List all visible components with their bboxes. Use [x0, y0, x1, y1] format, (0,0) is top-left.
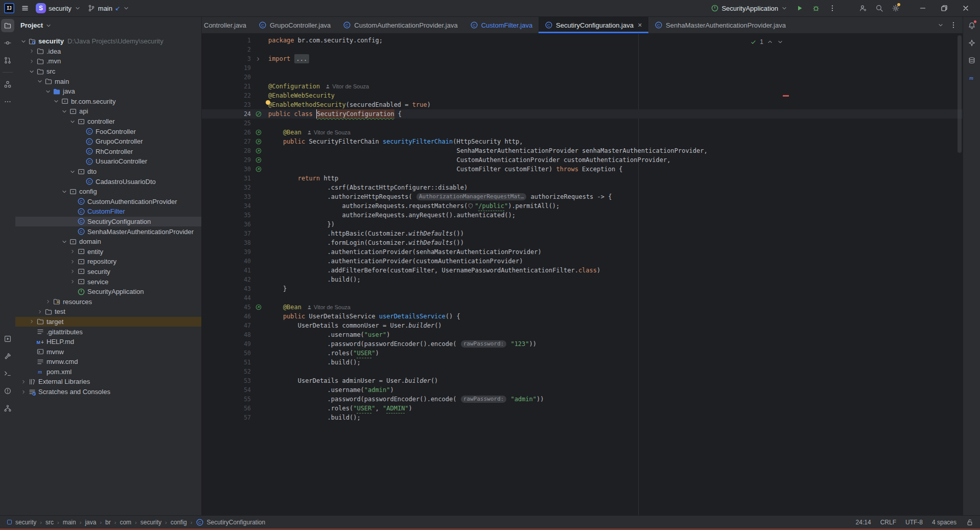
tool-window-button-commit[interactable]: [1, 36, 14, 50]
tree-item-CadastroUsuarioDto[interactable]: CCadastroUsuarioDto: [15, 176, 201, 187]
tool-window-button-more[interactable]: [1, 95, 14, 108]
code-line-47[interactable]: 47UserDetails commonUser = User.builder(…: [202, 321, 963, 330]
tool-window-button-terminal[interactable]: [1, 367, 14, 380]
tree-item-CustomFilter[interactable]: CCustomFilter: [15, 206, 201, 217]
chevron-right-icon[interactable]: [28, 58, 36, 64]
tree-item-FooController[interactable]: CFooController: [15, 126, 201, 136]
main-menu-hamburger-icon[interactable]: [17, 2, 33, 15]
window-restore-button[interactable]: [934, 1, 954, 16]
code-line-27[interactable]: 27public SecurityFilterChain securityFil…: [202, 137, 963, 146]
breadcrumb-item-java[interactable]: java: [85, 519, 96, 526]
tree-item-mvnw[interactable]: mvnw: [15, 347, 201, 357]
code-line-50[interactable]: 50.roles("USER"): [202, 349, 963, 358]
code-line-34[interactable]: 34authorizeRequests.requestMatchers("/pu…: [202, 201, 963, 211]
tree-item-UsuarioController[interactable]: CUsuarioController: [15, 156, 201, 167]
chevron-down-icon[interactable]: [60, 238, 68, 245]
code-line-3[interactable]: 3import ...: [202, 54, 963, 63]
tree-item-test[interactable]: test: [15, 307, 201, 317]
tree-item-target[interactable]: target: [15, 317, 201, 327]
chevron-right-icon[interactable]: [68, 279, 77, 285]
window-close-button[interactable]: [955, 1, 976, 16]
code-line-33[interactable]: 33.authorizeHttpRequests( AuthorizationM…: [202, 192, 963, 201]
code-line-24[interactable]: 24public class SecutiryConfiguration {: [202, 109, 963, 119]
code-line-29[interactable]: 29CustomAuthenticationProvider customAut…: [202, 155, 963, 165]
more-run-options-kebab-icon[interactable]: [825, 2, 840, 15]
tool-window-button-pull-requests[interactable]: [1, 54, 14, 67]
editor-scrollbar[interactable]: [958, 35, 962, 153]
spring-bean-gutter-icon[interactable]: [255, 156, 268, 164]
tree-item-External Libraries[interactable]: External Libraries: [15, 377, 201, 387]
chevron-right-icon[interactable]: [68, 259, 77, 265]
debug-button[interactable]: [808, 2, 824, 15]
tree-item-security[interactable]: security: [15, 267, 201, 277]
breadcrumb-item-main[interactable]: main: [63, 519, 76, 526]
code-line-56[interactable]: 56.roles("USER", "ADMIN"): [202, 404, 963, 413]
tab-options-kebab-icon[interactable]: [949, 21, 958, 29]
spring-bean-gutter-icon[interactable]: [255, 110, 268, 118]
code-line-31[interactable]: 31return http: [202, 174, 963, 183]
code-line-41[interactable]: 41.addFilterBefore(customFilter, Usernam…: [202, 266, 963, 275]
tree-item-config[interactable]: config: [15, 187, 201, 197]
breadcrumb-item-src[interactable]: src: [45, 519, 54, 526]
code-line-44[interactable]: 44: [202, 293, 963, 303]
tree-item-resources[interactable]: resources: [15, 296, 201, 307]
tool-window-button-build[interactable]: [1, 350, 14, 363]
chevron-right-icon[interactable]: [44, 298, 52, 305]
tree-item-service[interactable]: service: [15, 276, 201, 287]
indent-indicator[interactable]: 4 spaces: [932, 519, 956, 526]
code-line-40[interactable]: 40.authenticationProvider(customAuthenti…: [202, 257, 963, 266]
tree-item-.mvn[interactable]: .mvn: [15, 56, 201, 66]
tool-window-button-ai-assistant[interactable]: [965, 36, 978, 50]
code-line-19[interactable]: 19: [202, 63, 963, 73]
code-line-22[interactable]: 22@EnableWebSecurity: [202, 91, 963, 100]
spring-bean-gutter-icon[interactable]: [255, 147, 268, 154]
tool-window-button-database[interactable]: [965, 54, 978, 67]
code-line-49[interactable]: 49.password(passwordEncoder().encode( ra…: [202, 339, 963, 349]
tree-item-CustomAuthenticationProvider[interactable]: CCustomAuthenticationProvider: [15, 197, 201, 207]
spring-bean-gutter-icon[interactable]: [255, 166, 268, 173]
chevron-down-icon[interactable]: [28, 68, 36, 75]
tree-item-Scratches and Consoles[interactable]: Scratches and Consoles: [15, 387, 201, 397]
tool-window-button-project[interactable]: [1, 19, 14, 32]
inspections-widget[interactable]: 1: [748, 37, 786, 47]
editor-tab-CustomFilter.java[interactable]: CCustomFilter.java: [464, 17, 539, 33]
code-line-2[interactable]: 2: [202, 45, 963, 54]
tree-item-api[interactable]: api: [15, 106, 201, 117]
code-line-35[interactable]: 35authorizeRequests.anyRequest().authent…: [202, 211, 963, 220]
chevron-down-icon[interactable]: [44, 88, 52, 95]
chevron-right-icon[interactable]: [36, 309, 44, 315]
code-line-57[interactable]: 57.build();: [202, 413, 963, 422]
breadcrumb-item-security[interactable]: security: [141, 519, 161, 526]
code-line-46[interactable]: 46public UserDetailsService userDetailsS…: [202, 312, 963, 321]
tree-item-java[interactable]: java: [15, 86, 201, 97]
chevron-down-icon[interactable]: [68, 118, 77, 125]
tree-item-src[interactable]: src: [15, 66, 201, 77]
tree-item-dto[interactable]: dto: [15, 167, 201, 177]
code-line-43[interactable]: 43}: [202, 284, 963, 293]
project-panel-header[interactable]: Project: [15, 17, 201, 34]
code-line-32[interactable]: 32.csrf(AbstractHttpConfigurer::disable): [202, 183, 963, 192]
tree-item-controller[interactable]: controller: [15, 117, 201, 127]
code-line-38[interactable]: 38.formLogin(Customizer.withDefaults()): [202, 238, 963, 247]
breadcrumb-item-security[interactable]: security: [6, 519, 36, 526]
fold-chevron-icon[interactable]: [255, 56, 268, 62]
run-configuration-widget[interactable]: SecurityApplication: [708, 2, 791, 15]
code-editor[interactable]: 1package br.com.security.config;23import…: [202, 34, 963, 515]
error-stripe-mark[interactable]: [783, 95, 789, 97]
code-line-54[interactable]: 54.username("admin"): [202, 385, 963, 395]
chevron-down-icon[interactable]: [60, 188, 68, 195]
code-line-45[interactable]: 45@BeanVitor de Souza: [202, 303, 963, 312]
spring-bean-gutter-icon[interactable]: [255, 129, 268, 136]
line-separator-indicator[interactable]: CRLF: [880, 519, 896, 526]
tool-window-button-maven[interactable]: m: [965, 71, 978, 84]
code-line-55[interactable]: 55.password(passwordEncoder().encode( ra…: [202, 395, 963, 404]
code-line-51[interactable]: 51.build();: [202, 358, 963, 367]
breadcrumb-item-br[interactable]: br: [105, 519, 111, 526]
tree-item-entity[interactable]: entity: [15, 246, 201, 257]
code-line-26[interactable]: 26@BeanVitor de Souza: [202, 128, 963, 137]
tree-item-SenhaMasterAuthenticationProvider[interactable]: CSenhaMasterAuthenticationProvider: [15, 226, 201, 237]
run-button[interactable]: [792, 2, 807, 15]
previous-problem-chevron-up-icon[interactable]: [766, 38, 774, 45]
chevron-right-icon[interactable]: [19, 379, 28, 385]
tab-close-icon[interactable]: ✕: [638, 22, 642, 29]
